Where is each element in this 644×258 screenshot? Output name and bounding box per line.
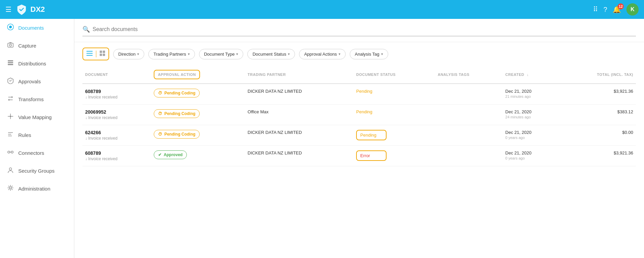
- analysis-tag-filter-button[interactable]: Analysis Tag ▾: [350, 49, 388, 59]
- apps-grid-icon[interactable]: ⠿: [593, 5, 598, 13]
- sidebar-item-approvals[interactable]: Approvals: [0, 73, 74, 90]
- sidebar-item-rules[interactable]: Rules: [0, 126, 74, 144]
- svg-point-3: [9, 44, 11, 46]
- approval-action-cell: ⏱ Pending Coding: [151, 105, 245, 125]
- col-header-approval-action: APPROVAL ACTION: [151, 66, 245, 84]
- search-icon: 🔍: [82, 26, 90, 33]
- svg-rect-6: [8, 64, 13, 65]
- help-icon[interactable]: ?: [603, 6, 607, 13]
- sidebar-item-distributions-label: Distributions: [18, 61, 46, 66]
- invoice-down-arrow-icon: ↓: [85, 156, 87, 161]
- approval-action-cell: ⏱ Pending Coding: [151, 84, 245, 105]
- sidebar-item-connectors[interactable]: Connectors: [0, 144, 74, 162]
- approval-action-cell: ⏱ Pending Coding: [151, 125, 245, 146]
- security-groups-icon: [7, 167, 14, 175]
- invoice-down-arrow-icon: ↓: [85, 115, 87, 120]
- clock-icon: ⏱: [158, 91, 162, 95]
- search-input[interactable]: [93, 26, 636, 32]
- table-row[interactable]: 624266 ↓ Invoice received ⏱ Pending Codi…: [82, 125, 636, 146]
- col-header-total: TOTAL (INCL. TAX): [560, 66, 636, 84]
- rules-icon: [7, 131, 14, 139]
- created-cell: Dec 21, 2020 0 years ago: [503, 125, 560, 146]
- administration-icon: [7, 184, 14, 193]
- sidebar-item-distributions[interactable]: Distributions: [0, 55, 74, 73]
- sidebar-item-transforms-label: Transforms: [18, 96, 44, 102]
- table-row[interactable]: 608789 ↓ Invoice received ⏱ Pending Codi…: [82, 84, 636, 105]
- created-cell: Dec 21, 2020 0 years ago: [503, 146, 560, 166]
- view-list-button[interactable]: [83, 49, 96, 59]
- analysis-tags-cell: [435, 125, 502, 146]
- trading-partners-filter-button[interactable]: Trading Partners ▾: [148, 49, 195, 59]
- trading-partner-cell: Office Max: [245, 105, 353, 125]
- approval-action-cell: ✔ Approved: [151, 146, 245, 166]
- clock-icon: ⏱: [158, 132, 162, 137]
- svg-point-14: [11, 151, 13, 153]
- document-type-filter-button[interactable]: Document Type ▾: [199, 49, 244, 59]
- svg-point-9: [10, 116, 11, 117]
- trading-partner-cell: DICKER DATA NZ LIMITED: [245, 125, 353, 146]
- sidebar-item-administration-label: Administration: [18, 186, 50, 192]
- document-status-filter-button[interactable]: Document Status ▾: [247, 49, 295, 59]
- pending-coding-badge: ⏱ Pending Coding: [154, 109, 200, 118]
- svg-rect-24: [103, 54, 105, 56]
- approvals-icon: [7, 77, 14, 86]
- sidebar-item-capture-label: Capture: [18, 43, 36, 49]
- total-cell: $383.12: [560, 105, 636, 125]
- connectors-icon: [7, 149, 14, 157]
- sidebar-item-security-groups[interactable]: Security Groups: [0, 162, 74, 180]
- invoice-down-arrow-icon: ↓: [85, 136, 87, 141]
- svg-point-16: [9, 168, 12, 170]
- document-status-cell: Pending: [353, 105, 435, 125]
- invoice-down-arrow-icon: ↓: [85, 95, 87, 99]
- document-status-cell: Error: [353, 146, 435, 166]
- table-row[interactable]: 20069952 ↓ Invoice received ⏱ Pending Co…: [82, 105, 636, 125]
- sidebar-item-value-mapping-label: Value Mapping: [18, 114, 52, 120]
- pending-coding-badge: ⏱ Pending Coding: [154, 130, 200, 139]
- transforms-icon: [7, 95, 14, 104]
- col-header-analysis-tags: ANALYSIS TAGS: [435, 66, 502, 84]
- notification-badge: 12: [618, 3, 624, 9]
- check-circle-icon: ✔: [158, 152, 162, 157]
- col-header-document-status: DOCUMENT STATUS: [353, 66, 435, 84]
- sidebar-item-value-mapping[interactable]: Value Mapping: [0, 108, 74, 126]
- approval-actions-filter-button[interactable]: Approval Actions ▾: [299, 49, 346, 59]
- pending-coding-badge: ⏱ Pending Coding: [154, 89, 200, 97]
- direction-chevron-icon: ▾: [137, 52, 139, 56]
- created-cell: Dec 21, 2020 24 minutes ago: [503, 105, 560, 125]
- doc-cell: 608789 ↓ Invoice received: [82, 84, 151, 105]
- svg-rect-23: [100, 54, 102, 56]
- view-toggle: [82, 48, 109, 60]
- document-status-chevron-icon: ▾: [288, 52, 290, 56]
- doc-cell: 20069952 ↓ Invoice received: [82, 105, 151, 125]
- direction-filter-button[interactable]: Direction ▾: [113, 49, 144, 59]
- doc-cell: 624266 ↓ Invoice received: [82, 125, 151, 146]
- hamburger-menu-icon[interactable]: ☰: [5, 5, 11, 13]
- distributions-icon: [7, 59, 14, 68]
- sidebar-item-documents[interactable]: Documents: [0, 19, 74, 37]
- sort-down-icon: ↓: [527, 73, 529, 77]
- total-cell: $0.00: [560, 125, 636, 146]
- view-grid-button[interactable]: [96, 48, 108, 60]
- documents-table-wrap: DOCUMENT APPROVAL ACTION TRADING PARTNER…: [74, 66, 644, 258]
- user-avatar[interactable]: K: [626, 3, 639, 16]
- created-cell: Dec 21, 2020 21 minutes ago: [503, 84, 560, 105]
- sidebar-item-rules-label: Rules: [18, 132, 31, 138]
- sidebar-item-transforms[interactable]: Transforms: [0, 90, 74, 108]
- total-cell: $3,921.36: [560, 84, 636, 105]
- main-content: 🔍: [74, 19, 644, 258]
- approved-badge: ✔ Approved: [154, 150, 187, 159]
- sidebar-item-capture[interactable]: Capture: [0, 37, 74, 55]
- notifications-icon[interactable]: 🔔 12: [613, 5, 621, 13]
- svg-rect-4: [8, 60, 13, 61]
- col-header-created: CREATED ↓: [503, 66, 560, 84]
- total-cell: $3,921.36: [560, 146, 636, 166]
- sidebar-item-administration[interactable]: Administration: [0, 180, 74, 198]
- svg-point-1: [9, 26, 12, 28]
- analysis-tags-cell: [435, 105, 502, 125]
- svg-rect-2: [8, 43, 13, 47]
- analysis-tag-chevron-icon: ▾: [381, 52, 383, 56]
- table-row[interactable]: 608789 ↓ Invoice received ✔ Approved: [82, 146, 636, 166]
- trading-partners-chevron-icon: ▾: [188, 52, 190, 56]
- value-mapping-icon: [7, 113, 14, 121]
- doc-cell: 608789 ↓ Invoice received: [82, 146, 151, 166]
